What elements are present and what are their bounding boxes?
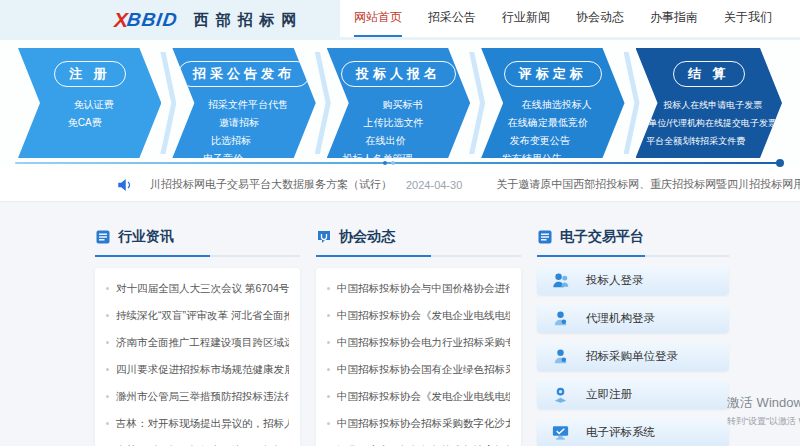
step-item: 上传比选文件: [322, 114, 465, 132]
step-evaluation-title: 评标定标: [504, 61, 602, 87]
nav-about[interactable]: 关于我们: [724, 0, 772, 37]
trading-platform-header: 电子交易平台: [537, 228, 729, 246]
news-list-item[interactable]: 中国招标投标协会《发电企业电线电缆采购技...: [327, 302, 510, 329]
step-item: 在线出价: [314, 132, 457, 150]
ticker-date: 2024-04-30: [406, 179, 462, 191]
site-logo[interactable]: X BBID 西部招标网: [114, 8, 303, 32]
industry-news-icon: [95, 229, 111, 245]
site-header: X BBID 西部招标网 网站首页 招采公告 行业新闻 协会动态 办事指南 关于…: [0, 0, 800, 40]
speaker-icon: [116, 176, 134, 194]
step-evaluation: 评标定标 在线抽选投标人 在线确定最低竞价 发布变更公告 发布结果公告: [481, 48, 624, 158]
association-news-card: 中国招标投标协会与中国价格协会进行专题交流 中国招标投标协会《发电企业电线电缆采…: [316, 268, 521, 446]
ticker-link[interactable]: 关于邀请原中国西部招投标网、重庆招投标网暨四川招投标网用户重新注册账户的通知: [496, 177, 800, 192]
header-underline: [316, 255, 521, 257]
industry-news-column: 行业资讯 对十四届全国人大三次会议 第6704号建议的... 持续深化“双盲”评…: [95, 228, 300, 446]
register-now-button[interactable]: 立即注册: [537, 380, 729, 409]
trading-platform-icon: [537, 229, 553, 245]
step-item: 电子竞价: [151, 150, 294, 168]
step-item: 比选招标: [159, 132, 302, 150]
news-list-item[interactable]: 中国招标投标协会国有企业绿色招标采购专业...: [327, 356, 510, 383]
step-separator-chevron: [315, 52, 331, 154]
ticker-item: 关于邀请原中国西部招投标网、重庆招投标网暨四川招投标网用户重新注册账户的通知 2…: [496, 177, 800, 192]
process-banner: 注 册 免认证费 免CA费 招采公告发布 招采文件平台代售 邀请招标 比选招标 …: [0, 40, 800, 168]
agency-login-label: 代理机构登录: [586, 311, 655, 326]
step-bid-signup-title: 投标人报名: [341, 61, 456, 87]
site-name: 西部招标网: [193, 11, 303, 30]
news-list-item[interactable]: 吉林：对开标现场提出异议的，招标人应当当...: [106, 410, 289, 437]
step-bid-signup: 投标人报名 购买标书 上传比选文件 在线出价 投标人名单管理: [327, 48, 470, 158]
association-news-column: 协会动态 中国招标投标协会与中国价格协会进行专题交流 中国招标投标协会《发电企业…: [316, 228, 521, 446]
association-news-title: 协会动态: [339, 228, 395, 246]
step-item: 免CA费: [13, 114, 156, 132]
step-announcement-title: 招采公告发布: [178, 61, 310, 87]
nav-guide[interactable]: 办事指南: [650, 0, 698, 37]
header-underline: [537, 255, 729, 257]
news-list-item[interactable]: 中国招标投标协会招标采购数字化沙龙暨启动...: [327, 410, 510, 437]
step-separator-chevron: [469, 52, 485, 154]
news-list-item[interactable]: 济南市全面推广工程建设项目跨区域远程异地...: [106, 329, 289, 356]
carousel-indicator-dots[interactable]: [383, 161, 395, 165]
process-steps: 注 册 免认证费 免CA费 招采公告发布 招采文件平台代售 邀请招标 比选招标 …: [18, 48, 782, 158]
step-separator-chevron: [624, 52, 640, 154]
header-underline: [95, 255, 300, 257]
trading-platform-column: 电子交易平台 投标人登录 代理机构登录: [537, 228, 729, 446]
ticker-item: 川招投标网电子交易平台大数据服务方案（试行） 2024-04-30: [150, 177, 496, 192]
e-evaluation-system-button[interactable]: 电子评标系统: [537, 418, 729, 446]
news-list-item[interactable]: 持续深化“双盲”评审改革 河北省全面推行远...: [106, 302, 289, 329]
bidder-login-label: 投标人登录: [586, 273, 644, 288]
step-item: 发布变更公告: [468, 132, 611, 150]
step-separator-chevron: [160, 52, 176, 154]
step-item: 平台全额划转招采文件费: [623, 132, 770, 150]
nav-announcements[interactable]: 招采公告: [428, 0, 476, 37]
industry-news-title: 行业资讯: [118, 228, 174, 246]
ticker-link[interactable]: 川招投标网电子交易平台大数据服务方案（试行）: [150, 177, 392, 192]
industry-news-card: 对十四届全国人大三次会议 第6704号建议的... 持续深化“双盲”评审改革 河…: [95, 268, 300, 446]
e-evaluation-system-label: 电子评标系统: [586, 425, 655, 440]
register-now-label: 立即注册: [586, 387, 632, 402]
news-list-item[interactable]: 对十四届全国人大三次会议 第6704号建议的...: [106, 275, 289, 302]
agency-login-button[interactable]: 代理机构登录: [537, 304, 729, 333]
step-item: 在线抽选投标人: [485, 96, 628, 114]
step-item: 免认证费: [22, 96, 165, 114]
nav-association[interactable]: 协会动态: [576, 0, 624, 37]
bidder-login-button[interactable]: 投标人登录: [537, 266, 729, 295]
news-list-item[interactable]: 中国招标投标协会《发电企业电线电缆采购技...: [327, 383, 510, 410]
step-item: 购买标书: [331, 96, 474, 114]
news-list-item[interactable]: 四川要求促进招投标市场规范健康发展: [106, 356, 289, 383]
carousel-end-dot: [776, 159, 784, 167]
news-list-item[interactable]: 滁州市公管局三举措预防招投标违法行为: [106, 383, 289, 410]
step-item: 在线确定最低竞价: [476, 114, 619, 132]
register-icon: [551, 385, 570, 404]
nav-industry-news[interactable]: 行业新闻: [502, 0, 550, 37]
main-content: 行业资讯 对十四届全国人大三次会议 第6704号建议的... 持续深化“双盲”评…: [0, 202, 800, 446]
step-item: 招采单位/代理机构在线提交电子发票: [631, 114, 778, 132]
news-list-item[interactable]: 中国招标投标协会电力行业招标采购专业委员...: [327, 329, 510, 356]
step-announcement: 招采公告发布 招采文件平台代售 邀请招标 比选招标 电子竞价: [172, 48, 315, 158]
industry-news-header: 行业资讯: [95, 228, 300, 246]
logo-bid-text: BBID: [125, 9, 179, 31]
windows-activation-watermark: 激活 Windows 转到“设置”以激活 W: [727, 394, 800, 428]
nav-home[interactable]: 网站首页: [354, 0, 402, 37]
purchaser-person-icon: [551, 347, 570, 366]
purchaser-login-label: 招标采购单位登录: [586, 349, 678, 364]
association-news-icon: [316, 229, 332, 245]
purchaser-login-button[interactable]: 招标采购单位登录: [537, 342, 729, 371]
association-news-header: 协会动态: [316, 228, 521, 246]
step-register-title: 注 册: [54, 61, 126, 87]
windows-activation-line2: 转到“设置”以激活 W: [727, 415, 800, 428]
windows-activation-line1: 激活 Windows: [727, 394, 800, 412]
bidder-person-icon: [551, 271, 570, 290]
news-list-item[interactable]: 中国招标投标协会与中国价格协会进行专题交流: [327, 275, 510, 302]
step-item: 招采文件平台代售: [176, 96, 319, 114]
news-list-item[interactable]: 深化研究中国招标投标协会与地方招标投标协...: [327, 437, 510, 446]
step-item: 投标人在线申请电子发票: [640, 96, 787, 114]
step-item: 发布结果公告: [460, 150, 603, 168]
news-list-item[interactable]: 吉林：对开标现场提出异议的，招标人应当当...: [106, 437, 289, 446]
agency-person-icon: [551, 309, 570, 328]
step-settlement-title: 结 算: [673, 61, 745, 87]
step-register: 注 册 免认证费 免CA费: [18, 48, 161, 158]
step-item: 邀请招标: [167, 114, 310, 132]
main-nav: 网站首页 招采公告 行业新闻 协会动态 办事指南 关于我们: [340, 0, 800, 37]
trading-platform-title: 电子交易平台: [560, 228, 644, 246]
carousel-progress-line: [15, 162, 782, 164]
